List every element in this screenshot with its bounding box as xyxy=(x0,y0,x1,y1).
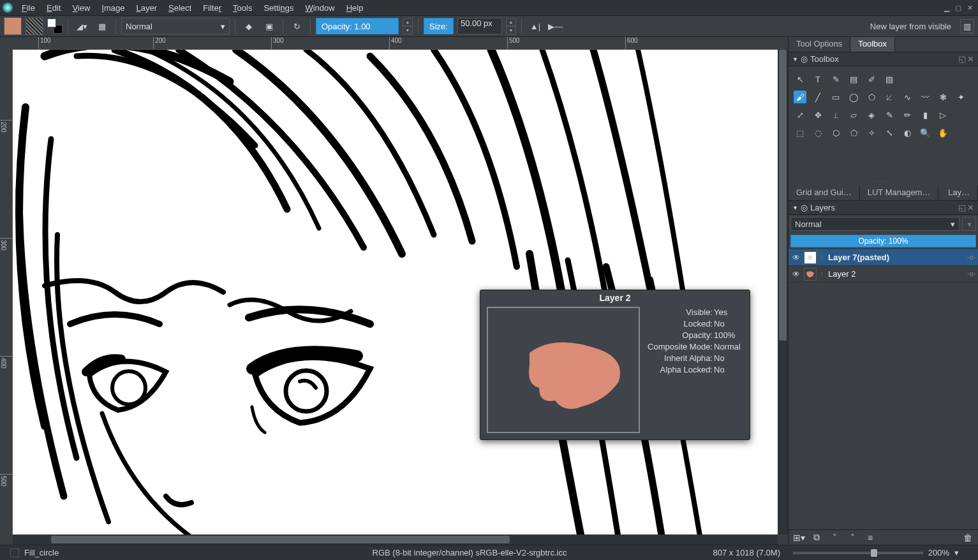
tool-text[interactable]: T xyxy=(811,73,824,85)
ruler-horizontal[interactable]: 100 200 300 400 500 600 xyxy=(13,37,778,50)
menu-help[interactable]: Help xyxy=(341,2,369,14)
menu-filter[interactable]: Filter xyxy=(198,2,226,14)
toolbox-header[interactable]: ▼ ◎ Toolbox ◱✕ xyxy=(789,52,978,66)
close-panel-icon[interactable]: ✕ xyxy=(967,54,974,64)
selection-indicator[interactable] xyxy=(10,549,19,557)
tool-ellipse[interactable]: ◯ xyxy=(847,91,860,103)
layer-blend-mode-select[interactable]: Normal▾ xyxy=(790,217,959,231)
tool-select-ellipse[interactable]: ◌ xyxy=(811,126,824,139)
tool-zoom[interactable]: 🔍 xyxy=(919,126,931,139)
gradient-dropdown[interactable]: ◢▾ xyxy=(73,18,90,34)
duplicate-layer-button[interactable]: ⧉ xyxy=(810,531,823,544)
visibility-icon[interactable]: 👁 xyxy=(791,270,801,279)
mirror-h-button[interactable]: ▲| xyxy=(527,18,544,34)
window-close[interactable]: ✕ xyxy=(964,3,975,13)
window-minimize[interactable]: ▁ xyxy=(941,3,952,13)
reload-preset-button[interactable]: ↻ xyxy=(288,18,305,34)
tool-crop[interactable]: ⟂ xyxy=(829,108,842,121)
tool-gradient-edit[interactable]: ▨ xyxy=(883,73,896,85)
tool-pan[interactable]: ✋ xyxy=(937,126,949,139)
tool-fill[interactable]: ◈ xyxy=(865,108,878,121)
panel-resize-handle[interactable]: ······ xyxy=(789,177,978,186)
menu-edit[interactable]: Edit xyxy=(41,2,66,14)
layer-filter-button[interactable]: ▿ xyxy=(962,217,976,231)
delete-layer-button[interactable]: 🗑 xyxy=(961,531,974,544)
tool-calligraphy[interactable]: ▤ xyxy=(847,73,860,85)
tool-smart-fill[interactable]: ✏ xyxy=(901,108,914,121)
tool-line[interactable]: ╱ xyxy=(811,91,824,103)
menu-select[interactable]: Select xyxy=(163,2,196,14)
tool-move[interactable]: ✥ xyxy=(811,108,824,121)
layer-lock-icons[interactable]: ▫α▫ xyxy=(967,270,975,277)
menu-layer[interactable]: Layer xyxy=(131,2,162,14)
tool-select-rect[interactable]: ⬚ xyxy=(794,126,806,139)
tool-measure[interactable]: ▷ xyxy=(937,108,949,121)
tool-color-picker[interactable]: ✎ xyxy=(883,108,896,121)
tab-tool-options[interactable]: Tool Options xyxy=(789,37,850,52)
tool-dynamic[interactable]: ❃ xyxy=(937,91,949,103)
layer-row[interactable]: 👁 ▦ ⋮ Layer 7(pasted) ▫α▫ xyxy=(789,249,978,266)
tool-brush[interactable]: 🖌 xyxy=(794,91,806,103)
move-up-button[interactable]: ˄ xyxy=(846,531,859,544)
layer-row[interactable]: 👁 ⋮ Layer 2 ▫α▫ xyxy=(789,266,978,283)
menu-tools[interactable]: Tools xyxy=(228,2,257,14)
workspace-chooser[interactable]: ▥ xyxy=(960,19,974,33)
fg-bg-swatch[interactable] xyxy=(47,18,63,34)
zoom-control[interactable]: 200% ▾ xyxy=(793,548,959,557)
move-down-button[interactable]: ˅ xyxy=(828,531,841,544)
tab-grid[interactable]: Grid and Gui… xyxy=(789,186,860,200)
alpha-lock-toggle[interactable]: ▣ xyxy=(261,18,278,34)
ruler-vertical[interactable]: 200 300 400 500 xyxy=(0,50,13,534)
tool-select-freehand[interactable]: ⬡ xyxy=(829,126,842,139)
add-layer-button[interactable]: ⊞▾ xyxy=(792,531,805,544)
mirror-v-button[interactable]: ▶— xyxy=(547,18,564,34)
close-panel-icon[interactable]: ✕ xyxy=(967,203,974,212)
tool-polyline[interactable]: ⟀ xyxy=(883,91,896,103)
menu-file[interactable]: File xyxy=(17,2,40,14)
scrollbar-horizontal[interactable] xyxy=(13,534,778,545)
float-icon[interactable]: ◱ xyxy=(958,54,966,64)
chevron-down-icon[interactable]: ▾ xyxy=(954,548,959,557)
tool-select-contiguous[interactable]: ✧ xyxy=(865,126,878,139)
blend-mode-select[interactable]: Normal▾ xyxy=(121,18,230,34)
tab-layers-short[interactable]: Lay… xyxy=(938,186,978,200)
window-maximize[interactable]: ▢ xyxy=(952,3,964,13)
layers-header[interactable]: ▼ ◎ Layers ◱✕ xyxy=(789,201,978,215)
tool-cursor[interactable]: ↖ xyxy=(794,73,806,85)
tool-multibrush[interactable]: ✦ xyxy=(954,91,967,103)
tool-select-poly[interactable]: ⬠ xyxy=(847,126,860,139)
visibility-icon[interactable]: 👁 xyxy=(791,253,801,262)
tool-bezier[interactable]: ∿ xyxy=(901,91,914,103)
opacity-field[interactable]: Opacity: 1.00 xyxy=(316,18,399,34)
layer-name[interactable]: Layer 7(pasted) xyxy=(828,253,965,262)
layer-properties-button[interactable]: ≡ xyxy=(864,531,877,544)
tool-transform[interactable]: ⤢ xyxy=(794,108,806,121)
tool-rectangle[interactable]: ▭ xyxy=(829,91,842,103)
layer-opacity-slider[interactable]: Opacity: 100% xyxy=(790,235,976,247)
scrollbar-vertical[interactable] xyxy=(778,50,788,534)
tool-edit-shapes[interactable]: ✎ xyxy=(829,73,842,85)
tool-select-bezier[interactable]: ◐ xyxy=(901,126,914,139)
menu-window[interactable]: Window xyxy=(300,2,339,14)
size-field[interactable]: 50.00 px xyxy=(457,18,502,34)
tab-lut[interactable]: LUT Managem… xyxy=(860,186,939,200)
menu-settings[interactable]: Settings xyxy=(258,2,299,14)
size-spinner[interactable]: ▲▼ xyxy=(506,18,516,34)
eraser-toggle[interactable]: ◆ xyxy=(241,18,257,34)
pattern-grid-button[interactable]: ▦ xyxy=(94,18,110,34)
tool-perspective[interactable]: ▱ xyxy=(847,108,860,121)
menu-image[interactable]: Image xyxy=(96,2,130,14)
opacity-spinner[interactable]: ▲▼ xyxy=(403,18,413,34)
tool-freehand-path[interactable]: 〰 xyxy=(919,91,931,103)
layer-lock-icons[interactable]: ▫α▫ xyxy=(967,254,975,261)
menu-view[interactable]: View xyxy=(67,2,95,14)
tab-toolbox[interactable]: Toolbox xyxy=(850,37,895,52)
layer-name[interactable]: Layer 2 xyxy=(828,269,965,279)
tool-gradient[interactable]: ▮ xyxy=(919,108,931,121)
float-icon[interactable]: ◱ xyxy=(958,203,966,212)
pattern-swatch-1[interactable] xyxy=(4,17,22,35)
tool-select-similar[interactable]: ⤡ xyxy=(883,126,896,139)
tool-pattern-edit[interactable]: ✐ xyxy=(865,73,878,85)
pattern-swatch-2[interactable] xyxy=(26,17,43,35)
tool-polygon[interactable]: ⬠ xyxy=(865,91,878,103)
